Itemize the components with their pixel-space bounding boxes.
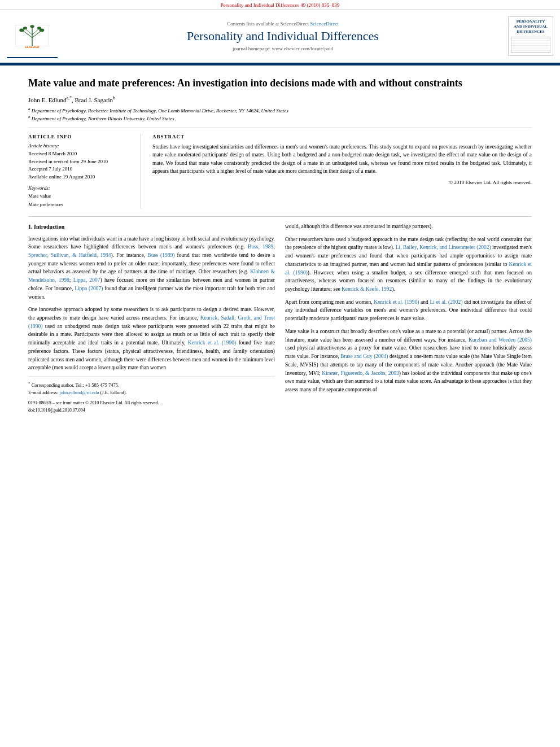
available-date: Available online 19 August 2010 [28,173,133,181]
footnote-section: * Corresponding author. Tel.: * Correspo… [28,377,275,396]
issn-line: 0191-8869/$ – see front matter © 2010 El… [28,400,275,407]
email-text: john.edlund@rit.edu [59,390,99,395]
abstract-title: ABSTRACT [152,134,532,139]
citation-text: Personality and Individual Differences 4… [221,2,339,8]
body-para-col2-4: Mate value is a construct that broadly d… [285,327,532,394]
main-content: Mate value and mate preferences: An inve… [0,65,560,425]
body-para-col2-1: would, although this difference was atte… [285,222,532,231]
footer-issn-doi: 0191-8869/$ – see front matter © 2010 El… [28,400,275,414]
journal-homepage: journal homepage: www.elsevier.com/locat… [69,46,497,51]
svg-point-10 [30,25,34,28]
ref-buss1989[interactable]: Buss, 1989 [248,244,273,250]
ref-li2002-2[interactable]: Li et al. (2002) [430,299,463,305]
thumb-decoration [511,37,550,53]
svg-point-8 [23,27,27,29]
email-suffix: (J.E. Edlund). [100,390,127,395]
svg-text:ELSEVIER: ELSEVIER [25,45,40,49]
authors-line: John E. Edlunda,*, Brad J. Sagarinb [28,95,532,103]
ref-kenrick1990[interactable]: Kenrick, Sadall, Groth, and Trost (1990) [28,315,275,329]
contents-line: Contents lists available at ScienceDirec… [69,21,497,27]
section-divider-1 [28,128,532,128]
body-para-col2-2: Other researchers have used a budgeted a… [285,235,532,294]
ref-brase2004[interactable]: Brase and Guy (2004) [340,353,388,359]
elsevier-logo: ELSEVIER [7,14,58,58]
svg-point-9 [37,27,41,29]
body-para-col2-3: Apart from comparing men and women, Kenr… [285,298,532,323]
affiliation-b: b Department of Psychology, Northern Ill… [28,115,532,123]
journal-center-info: Contents lists available at ScienceDirec… [69,21,497,51]
article-title: Mate value and mate preferences: An inve… [28,77,532,90]
author2-name: Brad J. Sagarin [75,97,113,103]
author1-name: John E. Edlund [28,97,67,103]
sciencedirect-link[interactable]: ScienceDirect [310,21,338,27]
journal-thumbnail: PERSONALITYAND INDIVIDUALDIFFERENCES [508,16,553,56]
ref-kenrick1990-4[interactable]: Kenrick et al. (1990) [374,299,419,305]
body-col-right: would, although this difference was atte… [285,222,532,414]
keywords-label: Keywords: [28,185,133,191]
section1-heading: 1. Introduction [28,222,275,231]
ref-kurzban2005[interactable]: Kurzban and Weeden (2005) [469,337,532,343]
copyright-text: © 2010 Elsevier Ltd. All rights reserved… [152,180,532,185]
email-label: E-mail address: [28,390,58,395]
ref-kenrick1990-2[interactable]: Kenrick et al. (1990) [188,340,236,346]
citation-bar: Personality and Individual Differences 4… [0,0,560,10]
footnote-email: E-mail address: john.edlund@rit.edu (J.E… [28,389,275,396]
journal-header: ELSEVIER Contents lists available at Sci… [0,10,560,64]
footnote-corresponding: * Corresponding author. Tel.: * Correspo… [28,381,275,389]
ref-kenrick-keefe1992[interactable]: Kenrick & Keefe, 1992 [342,286,392,292]
ref-li2002[interactable]: Li, Bailey, Kenrick, and Linsenmeier (20… [396,244,491,250]
ref-lippa2007-2[interactable]: Lippa (2007) [75,286,103,291]
contents-text: Contents lists available at ScienceDirec… [227,21,309,27]
body-para-2: One innovative approach adopted by some … [28,305,275,372]
thumb-text: PERSONALITYAND INDIVIDUALDIFFERENCES [514,19,548,34]
info-abstract-row: ARTICLE INFO Article history: Received 8… [28,134,532,208]
doi-line: doi:10.1016/j.paid.2010.07.004 [28,407,275,414]
ref-klohnen1998[interactable]: Klohnen & Mendelsohn, 1998 [28,269,275,283]
history-label: Article history: [28,143,133,148]
article-info-panel: ARTICLE INFO Article history: Received 8… [28,134,141,208]
ref-sprecher1994[interactable]: Sprecher, Sullivan, & Hatfield, 1994 [28,252,111,258]
affiliation-a: a Department of Psychology, Rochester In… [28,107,532,115]
keyword-1: Mate value [28,192,133,200]
body-col-left: 1. Introduction Investigations into what… [28,222,275,414]
email-link[interactable]: john.edlund@rit.edu [59,390,99,395]
ref-kirsner2003[interactable]: Kirsner, Figueredo, & Jacobs, 2003 [322,370,399,376]
sciencedirect-text: ScienceDirect [310,21,338,27]
journal-title: Personality and Individual Differences [69,29,497,43]
received-revised-date: Received in revised form 29 June 2010 [28,158,133,166]
svg-line-2 [24,32,32,38]
article-info-title: ARTICLE INFO [28,134,133,139]
section-divider-2 [28,216,532,217]
keyword-2: Mate preferences [28,200,133,208]
ref-buss1989-2[interactable]: Buss (1989) [147,252,174,258]
accepted-date: Accepted 7 July 2010 [28,165,133,173]
author2-sup: b [113,95,115,101]
svg-line-3 [32,32,41,38]
received-date: Received 8 March 2010 [28,150,133,158]
body-columns: 1. Introduction Investigations into what… [28,222,532,414]
affiliations: a Department of Psychology, Rochester In… [28,107,532,122]
author1-sup: a,* [67,95,72,101]
ref-kenrick1990-3[interactable]: Kenrick et al. (1990) [285,261,532,276]
ref-lippa2007[interactable]: Lippa, 2007 [73,277,100,283]
body-para-1: Investigations into what individuals wan… [28,235,275,302]
abstract-panel: ABSTRACT Studies have long investigated … [152,134,532,208]
abstract-text: Studies have long investigated similarit… [152,143,532,175]
